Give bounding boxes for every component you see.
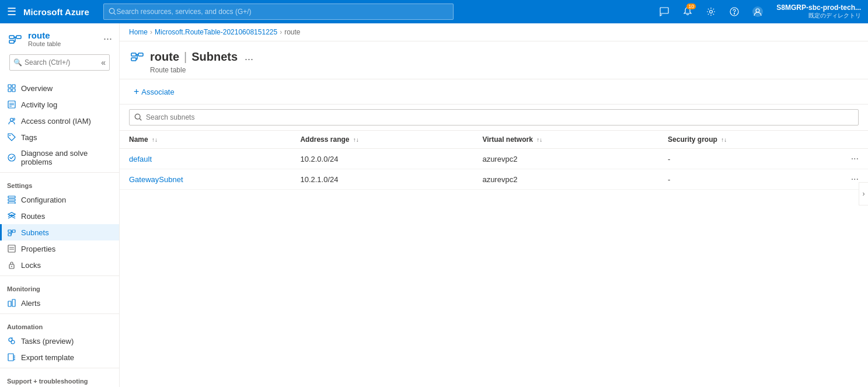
resource-name: route <box>150 50 179 64</box>
notifications-icon[interactable]: 10 <box>678 2 697 21</box>
row-1-address: 10.2.0.0/24 <box>291 149 473 169</box>
sidebar-item-subnets[interactable]: Subnets <box>0 224 119 240</box>
sidebar-more-button[interactable]: ··· <box>103 33 112 45</box>
sidebar-item-tags[interactable]: Tags <box>0 129 119 145</box>
notification-count: 10 <box>686 4 696 9</box>
associate-label: Associate <box>141 88 174 96</box>
table-search-input[interactable] <box>146 113 853 121</box>
routes-icon <box>7 211 16 221</box>
svg-rect-52 <box>131 53 136 56</box>
sidebar-item-subnets-label: Subnets <box>21 228 49 237</box>
row-2-sg: - <box>658 169 842 190</box>
user-info[interactable]: S8MGRP-sbc-prod-tech... 既定のディレクトリ <box>776 4 861 20</box>
sidebar-item-diagnose[interactable]: Diagnose and solve problems <box>0 145 119 170</box>
col-virtual-network[interactable]: Virtual network ↑↓ <box>473 131 658 149</box>
sidebar: route Route table ··· 🔍 « Overview <box>0 23 120 387</box>
sidebar-item-configuration[interactable]: Configuration <box>0 191 119 208</box>
sidebar-item-overview[interactable]: Overview <box>0 80 119 96</box>
resource-more-button[interactable]: ... <box>245 51 253 63</box>
svg-point-3 <box>710 11 713 13</box>
row-2-name-link[interactable]: GatewaySubnet <box>129 175 183 184</box>
diagnose-icon <box>7 153 16 162</box>
col-actions-header <box>842 131 868 149</box>
resource-header: route | Subnets ... Route table <box>120 41 868 79</box>
svg-rect-10 <box>9 40 14 43</box>
table-search-icon <box>134 113 142 121</box>
sidebar-item-routes[interactable]: Routes <box>0 208 119 224</box>
sidebar-item-tasks[interactable]: Tasks (preview) <box>0 333 119 349</box>
svg-rect-40 <box>12 299 15 306</box>
section-support: Support + troubleshooting <box>0 371 119 387</box>
col-name[interactable]: Name ↑↓ <box>120 131 291 149</box>
row-2-name: GatewaySubnet <box>120 169 291 190</box>
svg-rect-28 <box>8 202 15 204</box>
sidebar-item-routes-label: Routes <box>21 212 45 221</box>
svg-rect-8 <box>9 36 14 39</box>
row-1-actions-icon[interactable]: ··· <box>851 154 859 163</box>
svg-rect-27 <box>8 199 15 201</box>
svg-rect-29 <box>8 230 11 232</box>
sidebar-item-overview-label: Overview <box>21 84 53 93</box>
overview-icon <box>7 83 16 93</box>
svg-rect-32 <box>8 233 11 236</box>
sidebar-search-container: 🔍 « <box>0 52 119 80</box>
row-2-actions-icon[interactable]: ··· <box>851 174 859 184</box>
breadcrumb: Home › Microsoft.RouteTable-202106081512… <box>120 23 868 41</box>
resource-page: Subnets <box>191 50 238 64</box>
help-icon[interactable] <box>725 2 744 21</box>
sidebar-search-icon: 🔍 <box>13 58 22 67</box>
sidebar-resource-type: Route table <box>28 40 61 47</box>
iam-icon <box>7 116 16 125</box>
user-name: S8MGRP-sbc-prod-tech... <box>776 4 861 12</box>
row-1-actions[interactable]: ··· <box>842 149 868 169</box>
hamburger-icon[interactable]: ☰ <box>7 5 16 18</box>
sidebar-item-export-template[interactable]: Export template <box>0 349 119 365</box>
table-search-box[interactable] <box>129 109 859 125</box>
user-directory: 既定のディレクトリ <box>808 12 861 20</box>
sidebar-item-properties-label: Properties <box>21 245 55 253</box>
sidebar-item-iam[interactable]: Access control (IAM) <box>0 113 119 129</box>
sidebar-item-locks[interactable]: Locks <box>0 257 119 273</box>
row-1-sg: - <box>658 149 842 169</box>
svg-point-58 <box>135 114 140 119</box>
app-logo: Microsoft Azure <box>23 7 89 17</box>
sidebar-header: route Route table ··· <box>0 23 119 52</box>
feedback-icon[interactable] <box>655 2 674 21</box>
row-2-address: 10.2.1.0/24 <box>291 169 473 190</box>
subnets-icon <box>7 228 16 237</box>
search-icon <box>109 8 117 16</box>
breadcrumb-route-table[interactable]: Microsoft.RouteTable-20210608151225 <box>155 28 277 36</box>
associate-button[interactable]: + Associate <box>129 84 179 99</box>
topbar: ☰ Microsoft Azure 10 S8MGRP-sbc-prod-tec… <box>0 0 868 23</box>
row-1-name: default <box>120 149 291 169</box>
global-search[interactable] <box>103 4 454 20</box>
sidebar-search-input[interactable] <box>25 58 101 67</box>
row-1-name-link[interactable]: default <box>129 155 152 163</box>
svg-rect-14 <box>8 85 11 88</box>
col-address-range[interactable]: Address range ↑↓ <box>291 131 473 149</box>
svg-rect-30 <box>12 230 15 232</box>
settings-icon[interactable] <box>702 2 720 21</box>
svg-line-59 <box>140 118 141 120</box>
divider-4 <box>0 368 119 368</box>
sidebar-item-properties[interactable]: Properties <box>0 240 119 257</box>
svg-point-22 <box>11 118 13 121</box>
global-search-input[interactable] <box>116 8 448 16</box>
sidebar-item-activity-log[interactable]: Activity log <box>0 96 119 113</box>
divider-3 <box>0 313 119 314</box>
alerts-icon <box>7 298 16 308</box>
locks-icon <box>7 260 16 270</box>
col-security-group[interactable]: Security group ↑↓ <box>658 131 842 149</box>
svg-point-42 <box>11 340 15 344</box>
sidebar-title-group: route Route table <box>28 30 61 47</box>
page-expand-button[interactable]: › <box>859 182 868 205</box>
row-1-vnet: azurevpc2 <box>473 149 658 169</box>
sidebar-search-box[interactable]: 🔍 « <box>9 54 110 71</box>
sidebar-collapse-icon[interactable]: « <box>101 58 106 67</box>
sidebar-item-alerts[interactable]: Alerts <box>0 295 119 311</box>
breadcrumb-home[interactable]: Home <box>129 28 148 36</box>
sidebar-item-diagnose-label: Diagnose and solve problems <box>21 149 112 166</box>
breadcrumb-current: route <box>284 28 300 36</box>
svg-point-25 <box>8 154 15 161</box>
avatar[interactable] <box>748 2 767 21</box>
